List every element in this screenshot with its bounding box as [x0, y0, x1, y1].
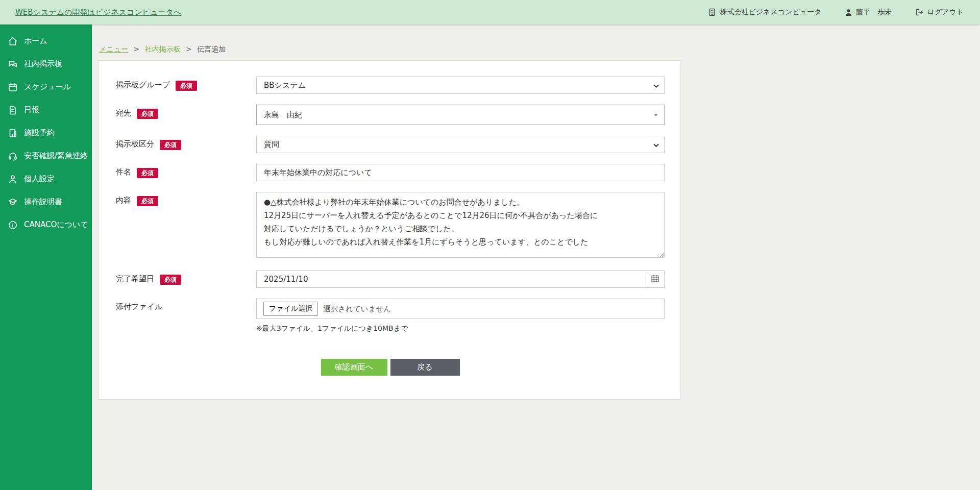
attachment-note: ※最大3ファイル、1ファイルにつき10MBまで	[256, 324, 665, 333]
breadcrumb-separator: >	[186, 45, 192, 53]
facility-icon	[8, 128, 18, 138]
breadcrumb: メニュー > 社内掲示板 > 伝言追加	[99, 45, 980, 54]
logout-label: ログアウト	[927, 8, 964, 17]
company-name: 株式会社ビジネスコンピュータ	[720, 8, 821, 17]
breadcrumb-menu[interactable]: メニュー	[99, 45, 128, 53]
breadcrumb-current: 伝言追加	[197, 45, 226, 53]
form-actions: 確認画面へ 戻る	[116, 359, 665, 376]
sidebar-item-label: 施設予約	[24, 128, 55, 138]
due-date-label: 完了希望日	[116, 274, 154, 284]
sidebar: ホーム 社内掲示板 スケジュール 日報	[0, 24, 92, 490]
message-add-form-card: 掲示板グループ 必須 BBシステム 宛先 必須	[98, 60, 680, 400]
sidebar-item-label: CANACOについて	[24, 220, 88, 230]
sidebar-item-daily-report[interactable]: 日報	[0, 99, 92, 121]
group-label: 掲示板グループ	[116, 80, 170, 90]
sidebar-item-label: スケジュール	[24, 82, 71, 92]
person-icon	[8, 174, 18, 184]
form-row-subject: 件名 必須	[116, 164, 665, 181]
company-info: 株式会社ビジネスコンピュータ	[708, 8, 821, 17]
building-icon	[708, 8, 716, 16]
required-badge: 必須	[176, 81, 197, 91]
logout-icon	[915, 8, 923, 16]
main-content: メニュー > 社内掲示板 > 伝言追加 掲示板グループ 必須 BBシステム	[92, 24, 980, 490]
user-info[interactable]: 藤平 歩未	[845, 8, 892, 17]
headset-icon	[8, 151, 18, 161]
category-label: 掲示板区分	[116, 139, 154, 149]
info-icon	[8, 220, 18, 230]
sidebar-item-label: 個人設定	[24, 174, 55, 184]
user-icon	[845, 9, 852, 16]
user-name: 藤平 歩未	[856, 8, 892, 17]
due-date-input[interactable]	[257, 271, 646, 287]
sidebar-item-safety[interactable]: 安否確認/緊急連絡	[0, 144, 92, 167]
form-row-attachment: 添付ファイル ファイル選択 選択されていません ※最大3ファイル、1ファイルにつ…	[116, 299, 665, 333]
breadcrumb-separator: >	[133, 45, 139, 53]
sidebar-item-schedule[interactable]: スケジュール	[0, 76, 92, 99]
sidebar-item-personal-settings[interactable]: 個人設定	[0, 167, 92, 190]
sidebar-item-label: 操作説明書	[24, 197, 62, 207]
required-badge: 必須	[137, 109, 158, 119]
file-select-button[interactable]: ファイル選択	[263, 302, 318, 316]
due-date-group	[256, 271, 665, 288]
home-icon	[8, 36, 18, 46]
required-badge: 必須	[160, 275, 181, 285]
form-row-category: 掲示板区分 必須 質問	[116, 136, 665, 153]
sidebar-item-board[interactable]: 社内掲示板	[0, 53, 92, 76]
file-input: ファイル選択 選択されていません	[256, 299, 665, 319]
sidebar-item-manual[interactable]: 操作説明書	[0, 190, 92, 213]
logout-button[interactable]: ログアウト	[915, 8, 964, 17]
top-header: WEBシステムの開発はビジネスコンピュータへ 株式会社ビジネスコンピュータ	[0, 0, 980, 24]
subject-input[interactable]	[256, 164, 665, 181]
form-row-group: 掲示板グループ 必須 BBシステム	[116, 77, 665, 94]
sidebar-item-facility[interactable]: 施設予約	[0, 121, 92, 144]
calendar-icon	[8, 82, 18, 92]
subject-label: 件名	[116, 167, 131, 177]
manual-icon	[8, 197, 18, 207]
back-button[interactable]: 戻る	[390, 359, 460, 376]
required-badge: 必須	[137, 196, 158, 206]
dropdown-arrow-icon	[654, 114, 658, 116]
recipient-label: 宛先	[116, 108, 131, 118]
group-select[interactable]: BBシステム	[256, 77, 665, 94]
category-select[interactable]: 質問	[256, 136, 665, 153]
breadcrumb-board[interactable]: 社内掲示板	[145, 45, 181, 53]
sidebar-item-about[interactable]: CANACOについて	[0, 213, 92, 236]
sidebar-item-label: ホーム	[24, 36, 47, 46]
sidebar-item-label: 社内掲示板	[24, 59, 62, 69]
bulletin-board-icon	[8, 59, 18, 69]
confirm-button[interactable]: 確認画面へ	[321, 359, 387, 376]
calendar-grid-icon	[651, 275, 659, 284]
calendar-picker-button[interactable]	[646, 271, 664, 287]
required-badge: 必須	[160, 140, 181, 150]
sidebar-item-label: 安否確認/緊急連絡	[24, 151, 88, 161]
attachment-label: 添付ファイル	[116, 302, 162, 312]
header-right: 株式会社ビジネスコンピュータ 藤平 歩未 ログアウト	[708, 8, 964, 17]
sidebar-item-home[interactable]: ホーム	[0, 30, 92, 53]
sidebar-item-label: 日報	[24, 105, 39, 115]
body-textarea[interactable]: ●△株式会社様より弊社の年末年始休業についてのお問合せがありました。 12月25…	[256, 192, 665, 258]
daily-report-icon	[8, 105, 18, 115]
recipient-value: 永島 由紀	[264, 110, 302, 120]
form-row-body: 内容 必須 ●△株式会社様より弊社の年末年始休業についてのお問合せがありました。…	[116, 192, 665, 260]
header-promo-link[interactable]: WEBシステムの開発はビジネスコンピュータへ	[15, 8, 181, 17]
body-label: 内容	[116, 195, 131, 205]
form-row-recipient: 宛先 必須 永島 由紀	[116, 105, 665, 125]
required-badge: 必須	[137, 168, 158, 178]
recipient-select[interactable]: 永島 由紀	[256, 105, 665, 125]
file-status-text: 選択されていません	[323, 304, 391, 314]
form-row-due-date: 完了希望日 必須	[116, 271, 665, 288]
